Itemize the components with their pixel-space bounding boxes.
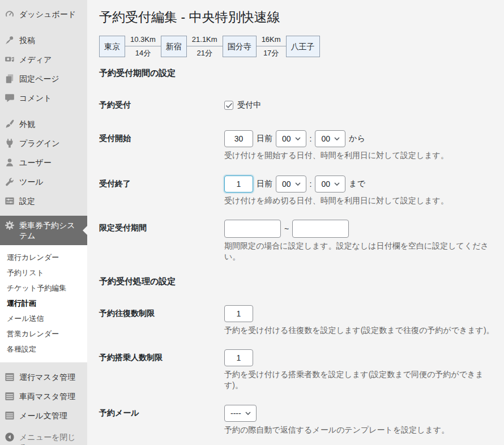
sidebar-item-comments[interactable]: コメント <box>0 88 87 108</box>
sidebar-item-label: ダッシュボード <box>19 9 76 19</box>
end-days-input[interactable] <box>224 176 253 192</box>
sidebar-item-label: コメント <box>19 93 52 103</box>
form-row-reception-end: 受付終了 日前 00 : 00 まで 受け付けを締め切る日付、時 <box>99 176 498 206</box>
days-before-label: 日前 <box>257 179 272 189</box>
section-title-reception-period: 予約受付期間の設定 <box>99 68 498 79</box>
form-row-limited-period: 限定受付期間 ~ 期間限定の場合に設定します。設定なしは日付欄を空白に設定してく… <box>99 220 498 262</box>
start-days-input[interactable] <box>224 130 253 147</box>
help-text: 期間限定の場合に設定します。設定なしは日付欄を空白に設定してください。 <box>224 241 498 262</box>
route-diagram: 東京 10.3Km 14分 新宿 21.1Km 21分 国分寺 16Km 17分… <box>99 35 498 57</box>
sidebar-item-media[interactable]: メディア <box>0 50 87 69</box>
end-hour-select[interactable]: 00 <box>276 176 306 192</box>
route-segment: 16Km 17分 <box>257 35 286 57</box>
table-icon <box>5 391 15 401</box>
route-segment: 10.3Km 14分 <box>125 35 161 57</box>
submenu-item-ticket-reservation-edit[interactable]: チケット予約編集 <box>0 280 87 296</box>
chevron-down-icon <box>334 137 340 140</box>
sidebar-item-dashboard[interactable]: ダッシュボード <box>0 5 87 24</box>
from-label: から <box>349 134 365 144</box>
submenu-item-various-settings[interactable]: 各種設定 <box>0 341 87 357</box>
station-box-tokyo: 東京 <box>99 36 125 57</box>
route-segment: 21.1Km 21分 <box>187 35 223 57</box>
field-label: 受付終了 <box>99 176 224 189</box>
submenu-item-reservation-list[interactable]: 予約リスト <box>0 265 87 280</box>
sidebar-item-mail-text-management[interactable]: メール文管理 <box>0 406 87 425</box>
chevron-down-icon <box>295 137 301 140</box>
sidebar-item-label: 設定 <box>19 196 35 206</box>
submenu-item-operation-calendar[interactable]: 運行カレンダー <box>0 250 87 265</box>
sidebar-item-label: メール文管理 <box>19 410 67 421</box>
sidebar-item-appearance[interactable]: 外観 <box>0 114 87 134</box>
plug-icon <box>5 138 15 148</box>
wrench-icon <box>5 177 15 187</box>
chevron-down-icon <box>295 182 301 186</box>
pushpin-icon <box>5 35 15 45</box>
media-icon <box>5 54 15 65</box>
tilde-separator: ~ <box>284 224 289 233</box>
passenger-limit-input[interactable] <box>224 349 253 366</box>
admin-app: ダッシュボード 投稿 メディア 固定ページ コメント <box>0 0 504 445</box>
comment-bubble-icon <box>5 93 15 103</box>
checkbox-label: 受付中 <box>237 100 261 110</box>
limited-from-date-input[interactable] <box>224 220 281 238</box>
dashboard-icon <box>5 9 15 19</box>
sidebar-item-settings[interactable]: 設定 <box>0 191 87 211</box>
submenu-item-operation-plan[interactable]: 運行計画 <box>0 296 87 311</box>
menu-separator <box>0 108 87 114</box>
pages-icon <box>5 74 15 84</box>
form-row-reservation: 予約受付 受付中 <box>99 100 498 110</box>
start-minute-select[interactable]: 00 <box>315 130 345 147</box>
brush-icon <box>5 119 15 129</box>
sidebar-item-users[interactable]: ユーザー <box>0 153 87 172</box>
segment-distance: 10.3Km <box>125 35 161 46</box>
gear-icon <box>5 220 15 230</box>
form-row-reception-start: 受付開始 日前 00 : 00 から 受け付けを開始する日付、時 <box>99 130 498 161</box>
segment-time: 21分 <box>187 46 223 57</box>
field-label: 予約搭乗人数制限 <box>99 349 224 363</box>
sidebar-item-reservation-system[interactable]: 乗車券予約システム <box>0 216 87 245</box>
chevron-down-icon <box>245 412 251 415</box>
field-label: 受付開始 <box>99 130 224 144</box>
help-text: 受け付けを開始する日付、時間を利用日に対して設定します。 <box>224 150 449 161</box>
time-colon: : <box>310 179 312 189</box>
start-hour-select[interactable]: 00 <box>276 130 306 147</box>
reservation-mail-select[interactable]: ---- <box>224 405 257 422</box>
sidebar-item-label: 運行マスタ管理 <box>19 372 75 382</box>
user-icon <box>5 157 15 168</box>
sidebar-item-posts[interactable]: 投稿 <box>0 31 87 50</box>
sidebar-item-label: プラグイン <box>19 138 60 148</box>
submenu-item-business-calendar[interactable]: 営業カレンダー <box>0 326 87 341</box>
form-row-passenger-limit: 予約搭乗人数制限 予約を受け付ける搭乗者数を設定します(設定数まで同便の予約がで… <box>99 349 498 391</box>
menu-separator <box>0 362 87 367</box>
help-text: 予約を受け付ける往復数を設定します(設定数まで往復の予約ができます)。 <box>224 325 494 336</box>
table-icon <box>5 372 15 382</box>
sidebar-item-pages[interactable]: 固定ページ <box>0 69 87 88</box>
end-minute-select[interactable]: 00 <box>315 176 345 192</box>
sidebar-item-tools[interactable]: ツール <box>0 172 87 191</box>
station-box-hachioji: 八王子 <box>286 36 320 57</box>
submenu-item-mail-send[interactable]: メール送信 <box>0 311 87 326</box>
segment-time: 17分 <box>257 46 286 57</box>
collapse-arrow-icon <box>5 432 15 442</box>
sidebar-item-label: 固定ページ <box>19 74 59 84</box>
sliders-icon <box>5 196 15 206</box>
field-label: 限定受付期間 <box>99 220 224 233</box>
station-box-shinjuku: 新宿 <box>161 36 187 57</box>
sidebar-item-vehicle-master[interactable]: 車両マスタ管理 <box>0 387 87 406</box>
chevron-down-icon <box>334 182 340 186</box>
field-label: 予約受付 <box>99 100 224 110</box>
sidebar-item-plugins[interactable]: プラグイン <box>0 134 87 153</box>
help-text: 予約を受け付ける搭乗者数を設定します(設定数まで同便の予約ができます)。 <box>224 369 498 391</box>
station-box-kokubunji: 国分寺 <box>223 36 257 57</box>
roundtrip-limit-input[interactable] <box>224 305 253 322</box>
main-content: 予約受付編集 - 中央特別快速線 東京 10.3Km 14分 新宿 21.1Km… <box>87 0 504 445</box>
reservation-system-submenu: 運行カレンダー 予約リスト チケット予約編集 運行計画 メール送信 営業カレンダ… <box>0 245 87 362</box>
sidebar-item-operation-master[interactable]: 運行マスタ管理 <box>0 367 87 387</box>
time-colon: : <box>310 134 312 143</box>
limited-to-date-input[interactable] <box>292 220 349 238</box>
select-value: 00 <box>282 134 291 143</box>
reservation-active-checkbox[interactable] <box>224 101 233 110</box>
collapse-menu-button[interactable]: メニューを閉じる <box>0 427 87 445</box>
form-row-roundtrip-limit: 予約往復数制限 予約を受け付ける往復数を設定します(設定数まで往復の予約ができま… <box>99 305 498 336</box>
section-title-reception-processing: 予約受付処理の設定 <box>99 276 498 287</box>
